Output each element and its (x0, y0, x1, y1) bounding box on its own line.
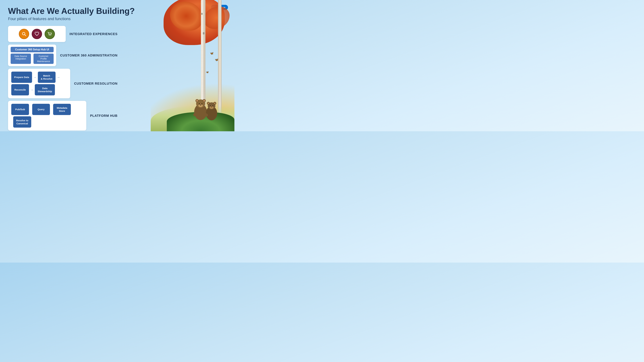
admin-sub-row: Data Source Integration Customer Profile… (11, 53, 54, 64)
main-content: What Are We Actually Building? Four pill… (0, 0, 234, 131)
page-title: What Are We Actually Building? (8, 6, 226, 15)
pillar-row-platform: Pub/Sub Query Metadata Store Resolve to … (8, 101, 118, 130)
svg-point-25 (50, 35, 51, 35)
cart-icon (47, 31, 52, 36)
admin-main-bar: Customer 360 Setup Hub UI (11, 47, 54, 52)
step-prepare-data: Prepare Data (11, 72, 32, 83)
pillar-label-integrated: INTEGRATED EXPERIENCES (70, 32, 118, 36)
pillar-card-resolution: Prepare Data → Match & Resolve → Reconci… (8, 69, 70, 98)
step-metadata-store: Metadata Store (53, 104, 71, 115)
page-subtitle: Four pillars of features and functions (8, 16, 226, 21)
admin-sub-bar-1: Data Source Integration (11, 53, 31, 64)
arrow-1: → (33, 75, 36, 79)
pillar-label-platform: PLATFORM HUB (90, 114, 118, 118)
heart-icon-circle (32, 29, 42, 39)
pillar-card-integrated (8, 26, 66, 42)
step-data-stewardship: Data Stewardship (35, 84, 55, 95)
step-pub-sub: Pub/Sub (11, 104, 29, 115)
step-resolve-canonical: Resolve to Canonical (13, 116, 31, 128)
pillar-card-admin: Customer 360 Setup Hub UI Data Source In… (8, 44, 56, 66)
pillar-row-resolution: Prepare Data → Match & Resolve → Reconci… (8, 69, 118, 98)
svg-line-23 (25, 34, 26, 36)
pillar-row-admin: Customer 360 Setup Hub UI Data Source In… (8, 44, 118, 66)
step-match-resolve: Match & Resolve (38, 72, 56, 83)
icons-row (11, 29, 62, 39)
step-reconcile: Reconcile (11, 84, 29, 95)
arrow-2: → (57, 75, 60, 79)
pillar-label-resolution: CUSTOMER RESOLUTION (74, 82, 118, 85)
svg-point-24 (49, 35, 50, 35)
arrow-3: → (30, 88, 34, 92)
pillars-container: INTEGRATED EXPERIENCES Customer 360 Setu… (8, 26, 118, 130)
pillar-label-admin: CUSTOMER 360 ADMINISTRATION (60, 53, 118, 57)
admin-sub-bar-2: Customer Profile Maintenance (34, 53, 54, 64)
pillar-card-platform: Pub/Sub Query Metadata Store Resolve to … (8, 101, 86, 130)
platform-buttons-row: Pub/Sub Query Metadata Store Resolve to … (11, 104, 83, 128)
pillar-row-integrated: INTEGRATED EXPERIENCES (8, 26, 118, 42)
search-icon (22, 31, 26, 36)
cart-icon-circle (44, 29, 55, 39)
step-query: Query (32, 104, 50, 115)
resolution-buttons-row: Prepare Data → Match & Resolve → Reconci… (11, 72, 67, 95)
search-icon-circle (19, 29, 29, 39)
heart-icon (34, 31, 40, 36)
